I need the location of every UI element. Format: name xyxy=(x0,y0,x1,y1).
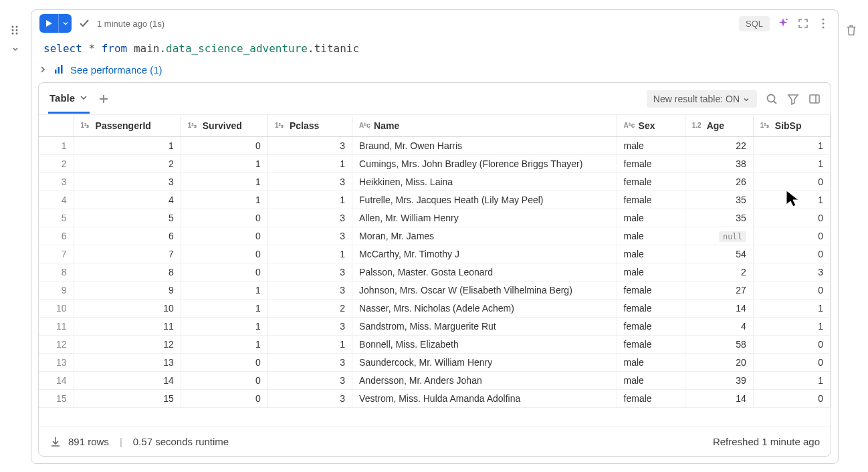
table-cell[interactable]: 4 xyxy=(685,317,753,335)
table-cell[interactable]: female xyxy=(617,317,685,335)
table-cell[interactable]: Andersson, Mr. Anders Johan xyxy=(352,371,617,389)
search-icon[interactable] xyxy=(765,92,778,106)
table-cell[interactable]: 3 xyxy=(267,172,352,191)
table-cell[interactable]: 22 xyxy=(685,136,753,154)
table-cell[interactable]: 1 xyxy=(39,136,74,154)
table-cell[interactable]: 3 xyxy=(267,263,352,281)
collapse-caret-icon[interactable] xyxy=(11,44,20,53)
table-cell[interactable]: 15 xyxy=(39,389,74,407)
table-row[interactable]: 111113Sandstrom, Miss. Marguerite Rutfem… xyxy=(39,317,831,335)
new-result-table-toggle[interactable]: New result table: ON xyxy=(647,90,757,108)
download-icon[interactable] xyxy=(49,436,62,448)
table-cell[interactable]: 4 xyxy=(39,191,74,209)
table-cell[interactable]: 35 xyxy=(685,191,753,209)
table-cell[interactable]: 1 xyxy=(753,371,830,389)
language-badge[interactable]: SQL xyxy=(739,16,770,31)
table-cell[interactable]: female xyxy=(617,281,685,299)
col-survived[interactable]: 1²₃Survived xyxy=(181,115,267,136)
table-cell[interactable]: 13 xyxy=(74,353,181,371)
table-cell[interactable]: 1 xyxy=(267,191,352,209)
table-cell[interactable]: 1 xyxy=(267,245,352,263)
table-cell[interactable]: 1 xyxy=(181,154,267,172)
table-cell[interactable]: 1 xyxy=(753,191,830,209)
table-cell[interactable]: 0 xyxy=(181,209,267,227)
col-rownum[interactable] xyxy=(39,115,74,136)
table-row[interactable]: 131303Saundercock, Mr. William Henrymale… xyxy=(39,353,831,371)
table-cell[interactable]: female xyxy=(617,389,685,407)
table-row[interactable]: 3313Heikkinen, Miss. Lainafemale260 xyxy=(39,172,831,191)
table-cell[interactable]: female xyxy=(617,191,685,209)
table-cell[interactable]: 3 xyxy=(267,371,352,389)
data-table-wrap[interactable]: 1²₃PassengerId 1²₃Survived 1²₃Pclass Aᵇc… xyxy=(39,115,831,427)
table-cell[interactable]: 7 xyxy=(39,245,74,263)
table-cell[interactable]: 2 xyxy=(685,263,753,281)
table-cell[interactable]: 1 xyxy=(181,335,267,353)
add-tab-button[interactable] xyxy=(98,93,110,105)
assistant-sparkle-icon[interactable] xyxy=(776,17,790,30)
table-cell[interactable]: female xyxy=(617,335,685,353)
table-cell[interactable]: null xyxy=(685,227,753,245)
sql-editor[interactable]: select * from main.data_science_adventur… xyxy=(31,37,838,61)
table-cell[interactable]: Johnson, Mrs. Oscar W (Elisabeth Vilhelm… xyxy=(352,281,617,299)
chevron-down-icon[interactable] xyxy=(79,93,88,102)
table-row[interactable]: 9913Johnson, Mrs. Oscar W (Elisabeth Vil… xyxy=(39,281,831,299)
table-cell[interactable]: 1 xyxy=(181,191,267,209)
table-cell[interactable]: Nasser, Mrs. Nicholas (Adele Achem) xyxy=(352,299,617,317)
table-cell[interactable]: 4 xyxy=(74,191,181,209)
tab-table[interactable]: Table xyxy=(48,84,90,114)
table-cell[interactable]: 15 xyxy=(74,389,181,407)
table-cell[interactable]: 0 xyxy=(753,209,830,227)
table-cell[interactable]: 3 xyxy=(267,281,352,299)
col-sex[interactable]: AᵇcSex xyxy=(617,115,685,136)
table-cell[interactable]: 3 xyxy=(267,353,352,371)
table-cell[interactable]: 1 xyxy=(753,154,830,172)
table-cell[interactable]: 10 xyxy=(74,299,181,317)
table-row[interactable]: 101012Nasser, Mrs. Nicholas (Adele Achem… xyxy=(39,299,831,317)
table-cell[interactable]: Braund, Mr. Owen Harris xyxy=(352,136,617,154)
table-cell[interactable]: 11 xyxy=(74,317,181,335)
table-cell[interactable]: 0 xyxy=(753,245,830,263)
table-row[interactable]: 5503Allen, Mr. William Henrymale350 xyxy=(39,209,831,227)
col-age[interactable]: 1.2Age xyxy=(685,115,753,136)
table-cell[interactable]: 35 xyxy=(685,209,753,227)
filter-icon[interactable] xyxy=(786,92,800,106)
table-cell[interactable]: 0 xyxy=(181,227,267,245)
table-cell[interactable]: 54 xyxy=(685,245,753,263)
table-cell[interactable]: male xyxy=(617,227,685,245)
table-cell[interactable]: male xyxy=(617,245,685,263)
table-cell[interactable]: female xyxy=(617,172,685,191)
table-cell[interactable]: 0 xyxy=(181,136,267,154)
table-cell[interactable]: 12 xyxy=(39,335,74,353)
table-cell[interactable]: 3 xyxy=(267,389,352,407)
table-cell[interactable]: 38 xyxy=(685,154,753,172)
table-cell[interactable]: male xyxy=(617,209,685,227)
table-cell[interactable]: 0 xyxy=(181,353,267,371)
table-cell[interactable]: male xyxy=(617,136,685,154)
table-cell[interactable]: 5 xyxy=(39,209,74,227)
table-cell[interactable]: 6 xyxy=(74,227,181,245)
table-cell[interactable]: 0 xyxy=(181,371,267,389)
table-cell[interactable]: 2 xyxy=(74,154,181,172)
table-cell[interactable]: 13 xyxy=(39,353,74,371)
table-cell[interactable]: 11 xyxy=(39,317,74,335)
table-cell[interactable]: 14 xyxy=(39,371,74,389)
col-name[interactable]: AᵇcName xyxy=(352,115,617,136)
table-cell[interactable]: 9 xyxy=(39,281,74,299)
table-cell[interactable]: 0 xyxy=(181,263,267,281)
table-row[interactable]: 4411Futrelle, Mrs. Jacques Heath (Lily M… xyxy=(39,191,831,209)
table-cell[interactable]: 10 xyxy=(39,299,74,317)
table-cell[interactable]: Allen, Mr. William Henry xyxy=(352,209,617,227)
table-cell[interactable]: 2 xyxy=(39,154,74,172)
table-cell[interactable]: 1 xyxy=(181,281,267,299)
table-cell[interactable]: Cumings, Mrs. John Bradley (Florence Bri… xyxy=(352,154,617,172)
table-cell[interactable]: Moran, Mr. James xyxy=(352,227,617,245)
table-cell[interactable]: 1 xyxy=(267,335,352,353)
table-row[interactable]: 7701McCarthy, Mr. Timothy Jmale540 xyxy=(39,245,831,263)
table-cell[interactable]: Bonnell, Miss. Elizabeth xyxy=(352,335,617,353)
table-row[interactable]: 1103Braund, Mr. Owen Harrismale221 xyxy=(39,136,831,154)
table-cell[interactable]: 1 xyxy=(267,154,352,172)
table-cell[interactable]: 3 xyxy=(267,209,352,227)
trash-icon[interactable] xyxy=(844,23,859,37)
table-row[interactable]: 151503Vestrom, Miss. Hulda Amanda Adolfi… xyxy=(39,389,831,407)
drag-handle-icon[interactable] xyxy=(9,24,21,36)
